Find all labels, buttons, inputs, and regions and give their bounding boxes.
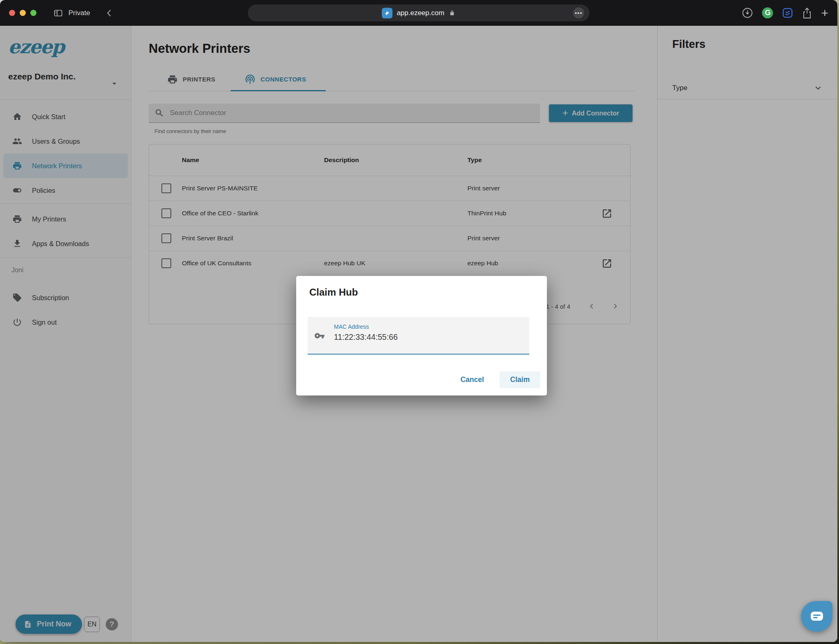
browser-chrome: Private app.ezeep.com ••• G	[0, 0, 837, 26]
back-button[interactable]	[104, 8, 115, 18]
key-icon	[314, 330, 325, 341]
field-label: MAC Address	[334, 323, 369, 330]
page-settings-button[interactable]: •••	[573, 7, 584, 18]
mac-address-input[interactable]	[334, 332, 510, 342]
grammarly-extension-icon[interactable]: G	[762, 7, 773, 18]
chat-widget-button[interactable]	[801, 601, 832, 632]
url-text: app.ezeep.com	[397, 9, 444, 17]
dialog-title: Claim Hub	[309, 287, 358, 298]
lock-icon	[449, 9, 456, 16]
close-window-button[interactable]	[9, 10, 15, 16]
chat-bubble-icon	[810, 610, 824, 623]
private-label: Private	[68, 9, 90, 17]
ezeep-favicon-icon	[382, 8, 392, 18]
traffic-lights	[9, 10, 36, 16]
share-icon[interactable]	[802, 7, 812, 19]
mac-address-field: MAC Address	[308, 317, 529, 355]
checks-extension-icon[interactable]	[782, 7, 793, 18]
cancel-button[interactable]: Cancel	[456, 371, 489, 388]
toolbar-buttons: G +	[742, 0, 828, 26]
address-bar[interactable]: app.ezeep.com •••	[248, 5, 590, 21]
claim-button[interactable]: Claim	[499, 371, 540, 388]
new-tab-icon[interactable]: +	[821, 7, 828, 19]
private-browsing-indicator: Private	[53, 8, 90, 18]
browser-window: Private app.ezeep.com ••• G	[0, 0, 837, 642]
claim-hub-dialog: Claim Hub MAC Address Cancel Claim	[296, 276, 547, 395]
page-content: ezeep ezeep Demo Inc. Quick Start Users …	[0, 26, 837, 642]
dialog-actions: Cancel Claim	[456, 371, 540, 388]
downloads-icon[interactable]	[742, 7, 753, 18]
minimize-window-button[interactable]	[20, 10, 26, 16]
zoom-window-button[interactable]	[30, 10, 36, 16]
sidebar-toggle-icon[interactable]	[53, 8, 63, 18]
